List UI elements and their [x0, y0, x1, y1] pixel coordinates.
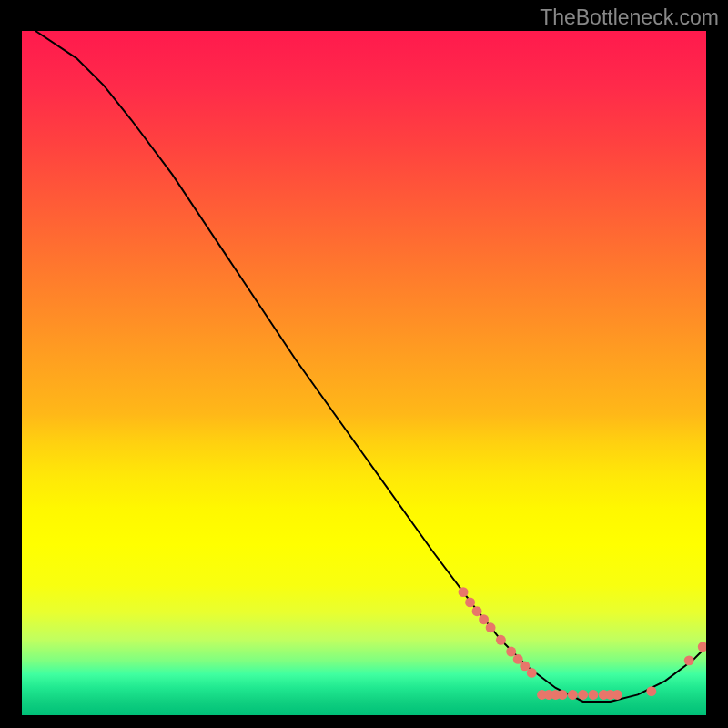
data-point [496, 635, 506, 645]
data-point [472, 606, 482, 616]
data-point [698, 642, 706, 652]
data-point [558, 690, 568, 700]
data-point [506, 647, 516, 657]
chart-svg [22, 31, 706, 715]
data-point [646, 686, 656, 696]
data-point [612, 690, 622, 700]
watermark-text: TheBottleneck.com [540, 5, 719, 30]
data-point [684, 655, 694, 665]
chart-container [18, 27, 710, 719]
data-point [578, 690, 588, 700]
data-point [588, 690, 598, 700]
data-point [568, 690, 578, 700]
data-point [486, 622, 496, 632]
scatter-points-group [459, 587, 706, 700]
data-point [459, 587, 469, 597]
data-point [465, 597, 475, 607]
data-point [479, 614, 489, 624]
data-point [527, 668, 537, 678]
curve-line [35, 31, 706, 702]
